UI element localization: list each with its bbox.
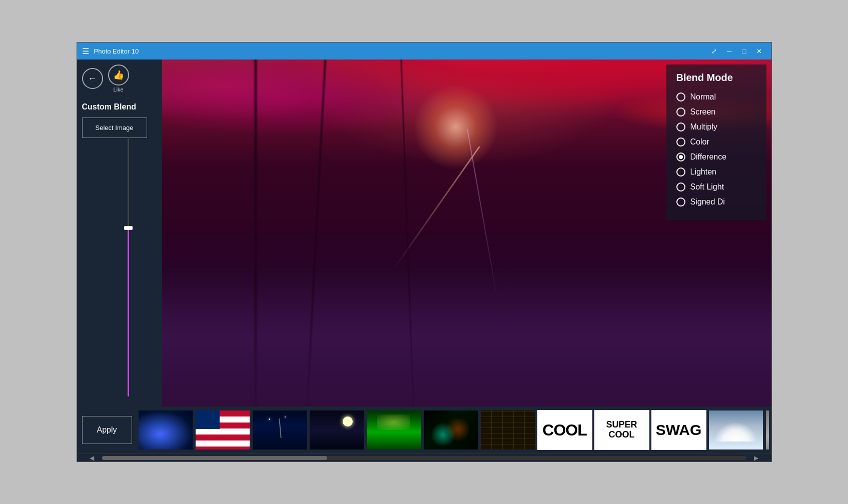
blend-option-multiply[interactable]: Multiply: [676, 122, 756, 132]
blend-option-lighten[interactable]: Lighten: [676, 168, 756, 176]
thumbnail-green-grass[interactable]: [366, 410, 421, 450]
window-controls: ⤢ ─ □ ✕: [707, 46, 766, 56]
like-btn-wrap: 👍 Like: [108, 64, 129, 92]
fullscreen-button[interactable]: ⤢: [707, 46, 721, 56]
thumbnail-swag[interactable]: SWAG: [651, 410, 706, 450]
thumbnail-super-cool[interactable]: SUPERCOOL: [594, 410, 649, 450]
blend-label-multiply: Multiply: [690, 122, 717, 132]
thumbnails-container: COOL SUPERCOOL SWAG: [138, 410, 769, 450]
blend-mode-panel: Blend Mode Normal Screen Multiply Color: [666, 64, 766, 220]
like-label: Like: [113, 86, 123, 92]
blend-mode-title: Blend Mode: [676, 72, 756, 84]
minimize-button[interactable]: ─: [722, 46, 736, 56]
blend-option-screen[interactable]: Screen: [676, 108, 756, 116]
thumbnail-flag[interactable]: [195, 410, 250, 450]
blend-label-difference: Difference: [690, 152, 727, 162]
back-button[interactable]: ←: [82, 68, 103, 89]
thumbnail-moon-sky[interactable]: [309, 410, 364, 450]
blend-option-softlight[interactable]: Soft Light: [676, 182, 756, 192]
ground-mist: [162, 285, 771, 406]
scrollbar[interactable]: ◀ ▶: [77, 454, 771, 462]
light-burst: [406, 77, 506, 177]
app-window: ☰ Photo Editor 10 ⤢ ─ □ ✕ ← 👍 Like Custo…: [77, 42, 772, 462]
radio-signeddi[interactable]: [676, 198, 685, 206]
radio-softlight[interactable]: [676, 182, 685, 192]
blend-label-normal: Normal: [690, 92, 716, 102]
custom-blend-title: Custom Blend: [82, 102, 157, 112]
sidebar: ← 👍 Like Custom Blend Select Image: [77, 60, 162, 406]
thumbnail-night-lights[interactable]: [252, 410, 307, 450]
thumbnail-blue-flowers[interactable]: [138, 410, 193, 450]
select-image-button[interactable]: Select Image: [82, 118, 147, 138]
toolbar-row: ← 👍 Like: [82, 64, 157, 92]
titlebar: ☰ Photo Editor 10 ⤢ ─ □ ✕: [77, 42, 771, 60]
radio-lighten[interactable]: [676, 168, 685, 176]
thumbnail-clouds[interactable]: [708, 410, 763, 450]
like-button[interactable]: 👍: [108, 64, 129, 86]
app-title: Photo Editor 10: [94, 48, 707, 55]
blend-option-difference[interactable]: Difference: [676, 152, 756, 162]
radio-multiply[interactable]: [676, 122, 685, 132]
scroll-right-arrow[interactable]: ▶: [751, 454, 761, 462]
thumbnail-cool[interactable]: COOL: [537, 410, 592, 450]
blend-label-signeddi: Signed Di: [690, 198, 725, 206]
main-content: ← 👍 Like Custom Blend Select Image: [77, 60, 771, 406]
blend-label-color: Color: [690, 138, 709, 146]
close-button[interactable]: ✕: [752, 46, 766, 56]
apply-btn-wrap: Apply: [80, 416, 136, 444]
radio-color[interactable]: [676, 138, 685, 146]
radio-normal[interactable]: [676, 92, 685, 102]
blend-option-signeddi[interactable]: Signed Di: [676, 198, 756, 206]
thumbnail-neon[interactable]: [423, 410, 478, 450]
scroll-left-arrow[interactable]: ◀: [87, 454, 97, 462]
blend-option-color[interactable]: Color: [676, 138, 756, 146]
hamburger-menu-icon[interactable]: ☰: [82, 46, 89, 56]
apply-button[interactable]: Apply: [82, 416, 132, 444]
slider-fill: [128, 228, 129, 396]
blend-label-screen: Screen: [690, 108, 716, 116]
image-area: Blend Mode Normal Screen Multiply Color: [162, 60, 771, 406]
blend-label-lighten: Lighten: [690, 168, 717, 176]
scrollbar-thumb[interactable]: [102, 456, 328, 460]
thumbnail-squares[interactable]: [480, 410, 535, 450]
slider-thumb[interactable]: [124, 226, 133, 230]
scrollbar-track[interactable]: [102, 456, 746, 460]
maximize-button[interactable]: □: [737, 46, 751, 56]
thumbnail-broken-glass[interactable]: [765, 410, 769, 450]
radio-screen[interactable]: [676, 108, 685, 116]
blend-label-softlight: Soft Light: [690, 182, 724, 192]
bottom-strip: Apply: [77, 406, 771, 462]
blend-slider[interactable]: [124, 137, 134, 396]
thumbnails-row: Apply: [77, 406, 771, 454]
radio-difference[interactable]: [676, 152, 685, 162]
blend-option-normal[interactable]: Normal: [676, 92, 756, 102]
slider-track: [128, 137, 129, 396]
